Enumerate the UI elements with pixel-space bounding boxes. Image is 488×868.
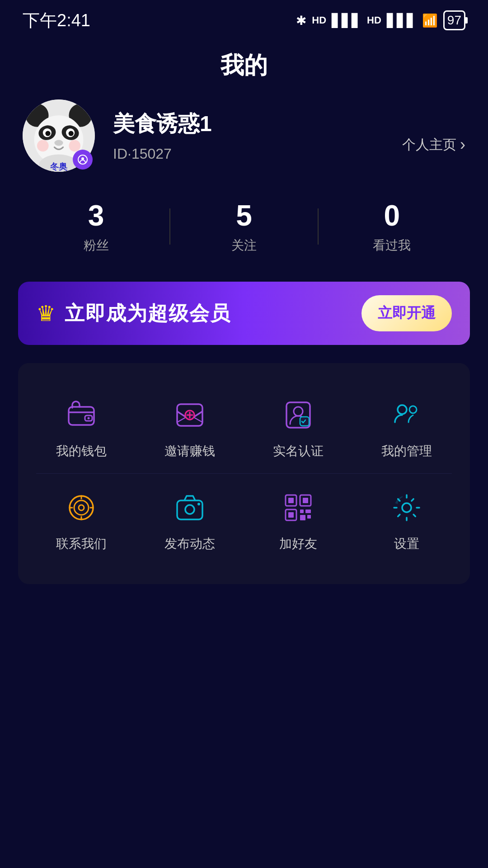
svg-point-29 xyxy=(79,505,84,510)
svg-rect-40 xyxy=(305,509,311,513)
svg-point-25 xyxy=(398,405,407,414)
badge-icon xyxy=(73,150,93,170)
svg-point-23 xyxy=(294,407,303,416)
menu-item-manage[interactable]: 我的管理 xyxy=(352,381,461,473)
settings-label: 设置 xyxy=(394,535,419,552)
svg-rect-42 xyxy=(307,515,311,519)
signal-icon: ▋▋▋ xyxy=(332,13,361,28)
status-bar: 下午2:41 ✱ HD ▋▋▋ HD ▋▋▋ 📶 97 xyxy=(0,0,488,36)
addfriend-label: 加好友 xyxy=(279,535,317,552)
menu-grid-row1: 我的钱包 邀请赚钱 xyxy=(27,381,461,473)
svg-text:冬奥: 冬奥 xyxy=(50,162,68,171)
avatar-container[interactable]: 冬奥 xyxy=(23,99,95,172)
invite-icon xyxy=(169,395,210,435)
viewed-stat[interactable]: 0 看过我 xyxy=(319,199,465,254)
menu-item-contact[interactable]: 联系我们 xyxy=(27,474,136,566)
following-label: 关注 xyxy=(231,237,257,254)
chevron-right-icon: › xyxy=(460,135,465,154)
vip-activate-button[interactable]: 立即开通 xyxy=(361,295,452,331)
battery-level: 97 xyxy=(447,13,461,28)
followers-label: 粉丝 xyxy=(84,237,109,254)
svg-point-8 xyxy=(45,131,50,136)
svg-point-19 xyxy=(88,417,90,420)
menu-item-wallet[interactable]: 我的钱包 xyxy=(27,381,136,473)
menu-item-verify[interactable]: 实名认证 xyxy=(244,381,352,473)
svg-rect-38 xyxy=(288,512,294,518)
status-time: 下午2:41 xyxy=(23,9,90,32)
manage-icon xyxy=(386,395,427,435)
svg-point-12 xyxy=(69,140,80,152)
svg-point-27 xyxy=(70,496,93,519)
svg-rect-36 xyxy=(303,498,308,503)
svg-rect-41 xyxy=(300,515,305,520)
viewed-count: 0 xyxy=(384,199,400,232)
verify-label: 实名认证 xyxy=(273,443,324,460)
svg-point-32 xyxy=(197,503,200,505)
battery-indicator: 97 xyxy=(443,10,465,30)
profile-link[interactable]: 个人主页 › xyxy=(402,135,465,154)
svg-point-11 xyxy=(37,140,49,152)
svg-point-28 xyxy=(74,500,89,515)
svg-point-31 xyxy=(185,505,194,514)
vip-banner-text: 立即成为超级会员 xyxy=(65,300,231,327)
profile-section: 冬奥 美食诱惑1 ID·15027 个人主页 › xyxy=(0,99,488,190)
menu-item-post[interactable]: 发布动态 xyxy=(136,474,244,566)
svg-point-26 xyxy=(409,406,417,413)
vip-banner-left: ♛ 立即成为超级会员 xyxy=(36,300,231,327)
status-icons: ✱ HD ▋▋▋ HD ▋▋▋ 📶 97 xyxy=(296,10,465,30)
wifi-icon: 📶 xyxy=(422,13,438,28)
qrcode-icon xyxy=(278,487,319,528)
following-count: 5 xyxy=(236,199,252,232)
contact-label: 联系我们 xyxy=(56,535,107,552)
post-label: 发布动态 xyxy=(164,535,215,552)
followers-count: 3 xyxy=(88,199,104,232)
svg-point-10 xyxy=(54,140,63,146)
svg-rect-39 xyxy=(300,509,304,513)
signal2-icon: ▋▋▋ xyxy=(387,13,417,28)
wallet-icon xyxy=(61,395,102,435)
svg-point-9 xyxy=(69,131,74,136)
menu-grid-row2: 联系我们 发布动态 xyxy=(27,474,461,566)
menu-item-addfriend[interactable]: 加好友 xyxy=(244,474,352,566)
menu-section: 我的钱包 邀请赚钱 xyxy=(18,363,470,584)
invite-label: 邀请赚钱 xyxy=(164,443,215,460)
username: 美食诱惑1 xyxy=(113,109,465,138)
svg-rect-34 xyxy=(288,498,294,503)
manage-label: 我的管理 xyxy=(381,443,432,460)
following-stat[interactable]: 5 关注 xyxy=(170,199,317,254)
crown-icon: ♛ xyxy=(36,301,56,326)
menu-item-invite[interactable]: 邀请赚钱 xyxy=(136,381,244,473)
profile-link-label: 个人主页 xyxy=(402,136,456,154)
verify-icon xyxy=(278,395,319,435)
menu-item-settings[interactable]: 设置 xyxy=(352,474,461,566)
settings-icon xyxy=(386,487,427,528)
camera-icon xyxy=(169,487,210,528)
viewed-label: 看过我 xyxy=(373,237,411,254)
wallet-label: 我的钱包 xyxy=(56,443,107,460)
contact-icon xyxy=(61,487,102,528)
vip-banner[interactable]: ♛ 立即成为超级会员 立即开通 xyxy=(18,282,470,345)
svg-point-43 xyxy=(402,503,411,512)
bluetooth-icon: ✱ xyxy=(296,13,306,28)
page-title: 我的 xyxy=(0,36,488,99)
followers-stat[interactable]: 3 粉丝 xyxy=(23,199,169,254)
hd-signal-icon: HD xyxy=(312,14,326,26)
hd2-icon: HD xyxy=(367,14,381,26)
stats-row: 3 粉丝 5 关注 0 看过我 xyxy=(0,190,488,282)
